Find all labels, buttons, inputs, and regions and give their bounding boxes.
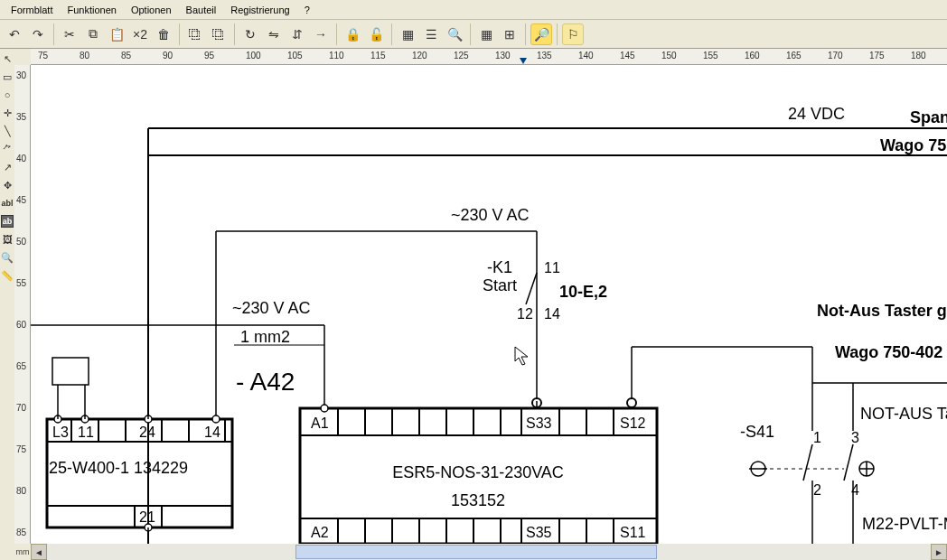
- text-ab-tool[interactable]: ab: [1, 215, 14, 228]
- snap-button[interactable]: ⊞: [499, 23, 520, 45]
- svg-point-63: [627, 398, 636, 407]
- horizontal-scrollbar[interactable]: ◄ ►: [31, 544, 947, 560]
- svg-rect-32: [52, 358, 89, 385]
- svg-point-29: [212, 415, 220, 423]
- label-a42: - A42: [236, 368, 295, 396]
- svg-line-65: [803, 444, 812, 481]
- zoom-button[interactable]: 🔎: [530, 23, 552, 45]
- dotted-button[interactable]: ▦: [397, 23, 418, 45]
- menu-formblatt[interactable]: Formblatt: [4, 2, 60, 18]
- undo-button[interactable]: ↶: [4, 23, 25, 45]
- menu-funktionen[interactable]: Funktionen: [60, 2, 123, 18]
- left-pin-24: 24: [139, 425, 155, 440]
- text-abl-tool[interactable]: abl: [1, 197, 14, 210]
- move-tool[interactable]: ✥: [1, 179, 14, 191]
- schematic: 24 VDC Spannun Wago 750-40 ~230 V AC -K1…: [31, 65, 947, 544]
- main-pin-s11: S11: [620, 525, 646, 540]
- drawing-canvas[interactable]: 24 VDC Spannun Wago 750-40 ~230 V AC -K1…: [31, 65, 947, 544]
- label-230vac: ~230 V AC: [451, 206, 530, 224]
- scroll-left-arrow[interactable]: ◄: [31, 544, 47, 560]
- label-start: Start: [483, 276, 517, 294]
- menu-optionen[interactable]: Optionen: [124, 2, 179, 18]
- lock-button[interactable]: 🔒: [342, 23, 363, 45]
- ungroup-button[interactable]: ⿻: [208, 23, 230, 45]
- grid-button[interactable]: ▦: [475, 23, 497, 45]
- label-spannung: Spannun: [910, 108, 947, 126]
- main-pin-s12: S12: [620, 415, 646, 431]
- svg-marker-75: [515, 347, 528, 365]
- polyline-tool[interactable]: ⺈: [1, 143, 14, 155]
- flag-button[interactable]: ⚐: [562, 23, 584, 45]
- scroll-thumb[interactable]: [295, 545, 657, 559]
- menubar: Formblatt Funktionen Optionen Bauteil Re…: [0, 0, 947, 20]
- cursor-icon: [515, 347, 528, 365]
- main-pin-a2: A2: [311, 525, 329, 540]
- main-pin-s35: S35: [526, 525, 552, 540]
- s41-pin-1: 1: [813, 430, 821, 445]
- k1-pin-12: 12: [517, 306, 533, 322]
- k1-pin-11: 11: [544, 260, 560, 275]
- label-m22: M22-PVLT-M22: [862, 515, 947, 533]
- ruler-vertical: 303540455055606570758085: [14, 65, 31, 544]
- label-notaus-tas: NOT-AUS Tas: [860, 405, 947, 423]
- left-toolbar: ↖ ▭ ○ ✛ ╲ ⺈ ↗ ✥ abl ab 🖼 🔍 📏: [0, 49, 14, 544]
- menu-help[interactable]: ?: [297, 2, 317, 18]
- label-notaus-taster: Not-Aus Taster g: [817, 302, 947, 320]
- main-pin-s33: S33: [526, 415, 552, 431]
- left-block-part: 25-W400-1 134229: [49, 459, 188, 477]
- menu-registrierung[interactable]: Registrierung: [223, 2, 296, 18]
- label-230vac-2: ~230 V AC: [232, 299, 311, 317]
- svg-line-6: [526, 273, 537, 304]
- find-button[interactable]: 🔍: [444, 23, 465, 45]
- cut-button[interactable]: ✂: [59, 23, 80, 45]
- left-pin-11: 11: [78, 425, 94, 440]
- circle-tool[interactable]: ○: [1, 89, 14, 101]
- flipv-button[interactable]: ⇵: [286, 23, 308, 45]
- unit-label: mm: [14, 544, 31, 560]
- toolbar: ↶ ↷ ✂ ⧉ 📋 ×2 🗑 ⿻ ⿻ ↻ ⇋ ⇵ → 🔒 🔓 ▦ ☰ 🔍 ▦ ⊞…: [0, 20, 947, 49]
- ruler-horizontal: 7580859095100105110115120125130135140145…: [31, 49, 947, 65]
- unlock-button[interactable]: 🔓: [365, 23, 387, 45]
- x2-button[interactable]: ×2: [129, 23, 151, 45]
- menu-bauteil[interactable]: Bauteil: [179, 2, 224, 18]
- label-wago-mid: Wago 750-402: [835, 343, 942, 361]
- line-tool[interactable]: ╲: [1, 125, 14, 137]
- k1-pin-14: 14: [544, 306, 560, 322]
- main-pin-a1: A1: [311, 415, 329, 431]
- group-button[interactable]: ⿻: [184, 23, 206, 45]
- fliph-button[interactable]: ⇋: [263, 23, 285, 45]
- label-24vdc: 24 VDC: [788, 105, 845, 123]
- rotate-button[interactable]: ↻: [239, 23, 261, 45]
- delete-button[interactable]: 🗑: [153, 23, 174, 45]
- scroll-right-arrow[interactable]: ►: [931, 544, 947, 560]
- left-pin-21: 21: [139, 509, 155, 525]
- paste-button[interactable]: 📋: [106, 23, 127, 45]
- cursor-tool[interactable]: ↖: [1, 52, 14, 65]
- ruler-tool[interactable]: 📏: [1, 269, 14, 282]
- main-block-name: ESR5-NOS-31-230VAC: [392, 463, 564, 481]
- left-pin-l3: L3: [52, 425, 69, 440]
- plus-tool[interactable]: ✛: [1, 107, 14, 119]
- redo-button[interactable]: ↷: [27, 23, 49, 45]
- s41-pin-3: 3: [851, 430, 859, 445]
- svg-line-66: [844, 444, 853, 481]
- scroll-track[interactable]: [47, 544, 931, 560]
- rect-tool[interactable]: ▭: [1, 70, 14, 83]
- arrow-tool[interactable]: ↗: [1, 161, 14, 173]
- label-1mm2: 1 mm2: [240, 328, 290, 346]
- svg-point-61: [321, 405, 328, 412]
- s41-pin-2: 2: [813, 482, 821, 498]
- ref-10e2: 10-E,2: [559, 283, 607, 301]
- label-s41: -S41: [740, 423, 774, 441]
- label-k1: -K1: [487, 258, 512, 276]
- arrow-button[interactable]: →: [310, 23, 332, 45]
- left-pin-14: 14: [204, 425, 220, 440]
- copy-button[interactable]: ⧉: [82, 23, 104, 45]
- main-block-partno: 153152: [451, 491, 505, 509]
- image-tool[interactable]: 🖼: [1, 233, 14, 246]
- label-wago-top: Wago 750-40: [880, 136, 947, 154]
- zoom-tool[interactable]: 🔍: [1, 251, 14, 264]
- list-button[interactable]: ☰: [420, 23, 442, 45]
